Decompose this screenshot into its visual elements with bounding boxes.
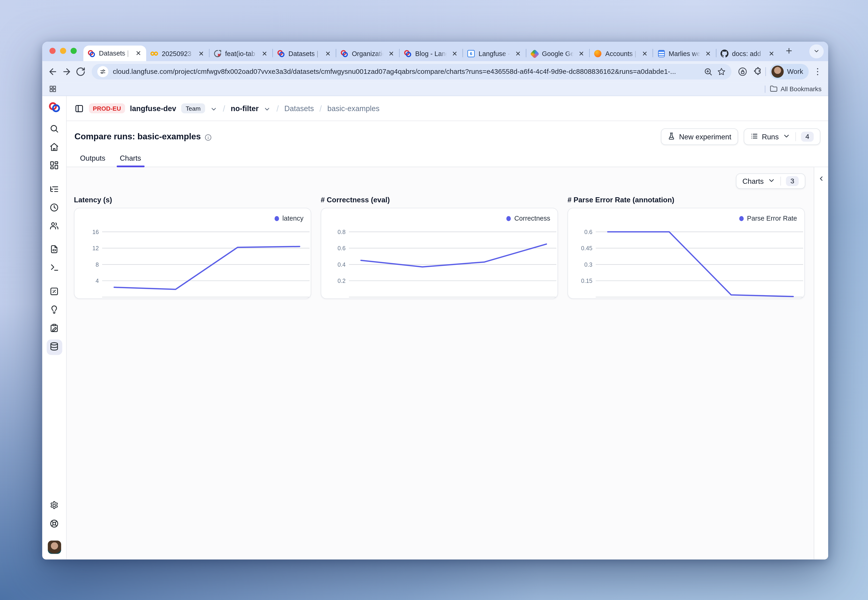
user-avatar[interactable] [47, 541, 61, 554]
all-bookmarks-button[interactable]: All Bookmarks [769, 85, 821, 93]
minimize-window-button[interactable] [60, 48, 66, 54]
browser-tab-4[interactable]: Datasets |✕ [273, 46, 335, 61]
close-tab-icon[interactable]: ✕ [324, 50, 332, 58]
close-tab-icon[interactable]: ✕ [768, 50, 775, 58]
close-window-button[interactable] [50, 48, 56, 54]
org-plan-badge: Team [181, 103, 205, 113]
orange-console-favicon-icon [593, 50, 602, 58]
runs-dropdown-button[interactable]: Runs 4 [744, 128, 820, 145]
reload-button[interactable] [76, 67, 85, 77]
zoom-page-icon[interactable] [704, 67, 713, 76]
close-tab-icon[interactable]: ✕ [387, 50, 395, 58]
sidebar-item-insights[interactable] [46, 303, 62, 318]
address-bar[interactable]: cloud.langfuse.com/project/cmfwgv8fx002o… [92, 64, 731, 79]
sidebar-item-dashboards[interactable] [46, 159, 62, 174]
environment-badge[interactable]: PROD-EU [89, 103, 125, 113]
close-tab-icon[interactable]: ✕ [135, 50, 143, 58]
langfuse-app: PROD-EU langfuse-dev Team / no-filter / … [42, 96, 828, 559]
close-tab-icon[interactable]: ✕ [578, 50, 586, 58]
sidebar-item-sessions[interactable] [46, 200, 62, 216]
tab-label: Blog - Lang [415, 50, 448, 58]
sidebar-item-prompts[interactable] [46, 242, 62, 258]
tab-search-button[interactable] [809, 44, 824, 58]
svg-text:8: 8 [96, 261, 99, 268]
new-experiment-label: New experiment [679, 132, 731, 141]
bookmarks-bar: All Bookmarks [42, 82, 828, 96]
tab-charts[interactable]: Charts [114, 150, 147, 167]
sidebar-item-users[interactable] [46, 219, 62, 235]
app-main: PROD-EU langfuse-dev Team / no-filter / … [67, 96, 828, 559]
browser-tab-7[interactable]: 6Langfuse -✕ [463, 46, 526, 61]
extension-lock-icon[interactable] [737, 67, 748, 77]
tab-outputs[interactable]: Outputs [74, 150, 111, 167]
sidebar-item-support[interactable] [46, 517, 62, 532]
chart-card: 0.20.40.60.8Correctness [321, 208, 558, 299]
svg-text:4: 4 [96, 277, 99, 284]
svg-text:0.8: 0.8 [337, 229, 346, 235]
legend-label: Parse Error Rate [747, 214, 797, 222]
tab-label: Marlies we [669, 50, 701, 58]
charts-panel: Charts 3 Latency (s)481216latency# Corre… [67, 167, 814, 559]
close-tab-icon[interactable]: ✕ [704, 50, 712, 58]
flask-icon [668, 132, 675, 141]
browser-tab-9[interactable]: Accounts |✕ [590, 46, 653, 61]
forward-button[interactable] [62, 67, 71, 77]
org-name[interactable]: langfuse-dev [130, 104, 176, 112]
window-controls[interactable] [50, 48, 77, 54]
close-tab-icon[interactable]: ✕ [197, 50, 205, 58]
breadcrumb-dataset-name[interactable]: basic-examples [328, 104, 379, 112]
tab-label: Organizatio [352, 50, 384, 58]
browser-tab-2[interactable]: 20250923✕ [146, 46, 209, 61]
project-name[interactable]: no-filter [231, 104, 259, 112]
new-tab-button[interactable] [782, 44, 796, 59]
sidebar-item-annotation-queues[interactable] [46, 321, 62, 336]
chart-card: 0.150.30.450.6Parse Error Rate [568, 208, 805, 299]
sidebar-item-tracing[interactable] [46, 182, 62, 198]
apps-grid-icon[interactable] [49, 85, 57, 93]
browser-tab-3[interactable]: feat(io-tab✕ [209, 46, 272, 61]
langfuse-knot-favicon-icon [404, 50, 412, 58]
sidebar-item-scores[interactable] [46, 285, 62, 300]
langfuse-knot-favicon-icon [340, 50, 349, 58]
close-tab-icon[interactable]: ✕ [514, 50, 522, 58]
page-title: Compare runs: basic-examples [74, 132, 201, 142]
browser-menu-kebab-icon[interactable] [813, 67, 822, 77]
close-tab-icon[interactable]: ✕ [641, 50, 649, 58]
sidebar-item-search[interactable] [46, 122, 62, 138]
chart-title: # Correctness (eval) [321, 195, 558, 204]
extensions-puzzle-icon[interactable] [751, 67, 762, 77]
site-settings-icon[interactable] [97, 66, 108, 77]
sidebar-item-settings[interactable] [46, 498, 62, 514]
legend-label: latency [282, 214, 303, 222]
new-experiment-button[interactable]: New experiment [661, 128, 738, 145]
charts-dropdown-button[interactable]: Charts 3 [736, 173, 806, 189]
tab-label: Google Ge [542, 50, 574, 58]
clock-icon [50, 203, 59, 214]
sidebar-item-playground[interactable] [46, 261, 62, 276]
close-tab-icon[interactable]: ✕ [261, 50, 269, 58]
back-button[interactable] [48, 67, 58, 77]
browser-tab-6[interactable]: Blog - Lang✕ [400, 46, 463, 61]
chevron-down-icon[interactable] [264, 105, 271, 112]
browser-tab-11[interactable]: docs: add✕ [716, 46, 779, 61]
browser-tab-1[interactable]: Datasets | L✕ [83, 45, 146, 61]
zoom-window-button[interactable] [71, 48, 77, 54]
chevron-down-icon[interactable] [210, 105, 217, 112]
url-text[interactable]: cloud.langfuse.com/project/cmfwgv8fx002o… [113, 68, 699, 76]
breadcrumb-datasets[interactable]: Datasets [284, 104, 314, 112]
browser-tab-8[interactable]: Google Ge✕ [527, 46, 589, 61]
sidebar-toggle-icon[interactable] [74, 104, 84, 113]
home-icon [50, 142, 59, 154]
langfuse-logo-icon[interactable] [47, 102, 61, 113]
info-icon[interactable] [205, 133, 212, 140]
browser-tab-5[interactable]: Organizatio✕ [336, 46, 399, 61]
sidebar-item-home[interactable] [46, 140, 62, 156]
users-icon [50, 221, 59, 232]
browser-profile-chip[interactable]: Work [770, 64, 809, 79]
browser-tab-10[interactable]: Marlies we✕ [653, 46, 716, 61]
charts-panel-toolbar: Charts 3 [74, 173, 805, 189]
close-tab-icon[interactable]: ✕ [451, 50, 458, 58]
collapse-panel-chevron-left-icon[interactable] [818, 174, 825, 182]
bookmark-star-icon[interactable] [717, 67, 726, 76]
sidebar-item-datasets[interactable] [46, 339, 62, 355]
